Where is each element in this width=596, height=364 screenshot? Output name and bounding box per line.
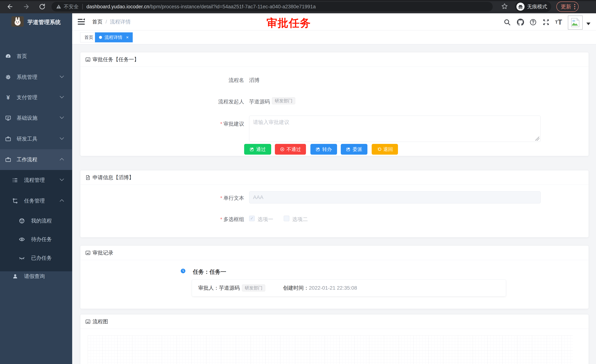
update-label: 更新 <box>561 3 571 10</box>
delegate-button[interactable]: 委派 <box>341 144 367 155</box>
suggestion-textarea[interactable] <box>249 116 541 142</box>
browser-toolbar: 不安全 dashboard.yudao.iocoder.cn/bpm/proce… <box>0 0 596 13</box>
sidebar-item-infrastructure[interactable]: 基础设施 <box>0 109 72 126</box>
browser-update-button[interactable]: 更新 <box>556 1 579 12</box>
url-bar[interactable]: 不安全 dashboard.yudao.iocoder.cn/bpm/proce… <box>52 2 493 11</box>
breadcrumb-separator: / <box>105 19 107 25</box>
security-label: 不安全 <box>64 3 79 10</box>
initiator-value: 芋道源码 <box>249 98 270 105</box>
chevron-up-icon <box>60 158 64 161</box>
timeline-clock-icon <box>180 268 186 274</box>
sidebar-item-home[interactable]: 首页 <box>0 48 72 65</box>
annotation-overlay-text: 审批任务 <box>261 16 317 30</box>
browser-menu-icon[interactable] <box>574 4 575 9</box>
sidebar-item-my-process[interactable]: 我的流程 <box>0 212 72 229</box>
app-title: 芋道管理系统 <box>27 19 61 26</box>
sidebar-item-done-tasks[interactable]: 已办任务 <box>0 249 72 267</box>
dashboard-icon <box>5 53 11 59</box>
sidebar-item-label: 支付管理 <box>17 94 37 101</box>
tab-process-detail[interactable]: 流程详情 × <box>95 32 133 42</box>
main-content: 审批任务【任务一】 流程名 滔博 流程发起人 芋道源码 研发部门 *审批建议 通… <box>72 44 596 364</box>
breadcrumb-home[interactable]: 首页 <box>92 18 103 25</box>
edit-icon <box>346 147 351 152</box>
user-icon <box>12 273 19 280</box>
github-icon[interactable] <box>516 18 525 26</box>
avatar-dropdown-caret[interactable] <box>586 22 590 25</box>
tab-close-icon[interactable]: × <box>126 35 129 40</box>
sidebar-toggle-icon[interactable] <box>77 18 85 26</box>
sidebar-item-label: 任务管理 <box>24 197 45 204</box>
initiator-label: 流程发起人 <box>80 98 244 105</box>
card-header: 流程图 <box>80 314 589 329</box>
monitor-icon <box>5 115 11 121</box>
sidebar-item-label: 已办任务 <box>31 255 52 262</box>
flow-icon <box>12 197 19 204</box>
url-text: dashboard.yudao.iocoder.cn/bpm/process-i… <box>86 4 316 10</box>
sidebar-logo-row[interactable]: 芋道管理系统 <box>0 13 72 36</box>
picture-icon <box>85 319 91 324</box>
toolbox-icon <box>5 136 11 142</box>
approve-button[interactable]: 通过 <box>244 144 271 155</box>
sidebar-item-devtools[interactable]: 研发工具 <box>0 130 72 147</box>
approval-task-card: 审批任务【任务一】 流程名 滔博 流程发起人 芋道源码 研发部门 *审批建议 通… <box>80 52 589 156</box>
briefcase-icon <box>5 156 11 163</box>
transfer-button[interactable]: 转办 <box>310 144 337 155</box>
assignee-value: 芋道源码 <box>219 284 240 291</box>
search-icon[interactable] <box>503 18 511 26</box>
sidebar-item-process-mgmt[interactable]: 流程管理 <box>0 172 72 189</box>
sidebar-item-payment[interactable]: ¥ 支付管理 <box>0 89 72 106</box>
record-detail-box: 审批人： 芋道源码 研发部门 创建时间： 2022-01-21 22:35:08 <box>192 279 506 297</box>
undo-icon <box>377 147 381 152</box>
request-info-card: 申请信息【滔博】 *单行文本 *多选框组 ✓ 选项一 选项二 <box>80 170 589 238</box>
chevron-up-icon <box>60 199 64 203</box>
face-icon <box>19 218 25 224</box>
checkbox-option2-label: 选项二 <box>292 216 308 223</box>
sidebar-item-label: 请假查询 <box>24 273 45 280</box>
reject-button[interactable]: 不通过 <box>275 144 306 155</box>
sidebar-item-label: 流程管理 <box>24 177 45 184</box>
bookmark-star-icon[interactable] <box>501 3 508 11</box>
text-field-label: *单行文本 <box>80 195 244 202</box>
process-diagram-card: 流程图 <box>80 314 589 364</box>
browser-reload-icon[interactable] <box>38 3 46 11</box>
browser-forward-icon[interactable] <box>22 3 30 11</box>
sidebar-item-leave-query[interactable]: 请假查询 <box>0 268 72 285</box>
browser-back-icon[interactable] <box>6 3 14 11</box>
app-header: 首页 / 流程详情 审批任务 TT <box>72 13 596 30</box>
card-title: 审批记录 <box>93 249 113 256</box>
edit-icon <box>316 147 320 152</box>
broken-image-icon <box>570 17 581 28</box>
tree-list-icon <box>12 177 19 183</box>
chevron-down-icon <box>60 96 64 99</box>
chevron-down-icon <box>60 137 64 141</box>
return-button[interactable]: 退回 <box>372 144 398 155</box>
help-icon[interactable] <box>529 18 537 26</box>
incognito-icon <box>516 3 525 11</box>
bpmn-canvas[interactable] <box>88 335 573 364</box>
checkbox-option1: ✓ <box>249 216 255 221</box>
card-header: 申请信息【滔博】 <box>80 170 589 185</box>
sidebar-item-label: 工作流程 <box>17 156 37 163</box>
sidebar-item-todo-tasks[interactable]: 待办任务 <box>0 231 72 248</box>
approval-record-card: 审批记录 任务：任务一 审批人： 芋道源码 研发部门 创建时间： 2022-01… <box>80 245 589 309</box>
sidebar-item-label: 首页 <box>17 53 27 60</box>
card-header: 审批任务【任务一】 <box>80 52 589 67</box>
incognito-label: 无痕模式 <box>527 3 547 10</box>
sidebar-item-workflow[interactable]: 工作流程 <box>0 149 72 170</box>
suggestion-label: *审批建议 <box>80 120 244 127</box>
fullscreen-icon[interactable] <box>542 18 550 26</box>
breadcrumb-current: 流程详情 <box>110 18 131 25</box>
tags-view-bar: 首页 流程详情 × <box>72 30 596 44</box>
sidebar-item-system[interactable]: 系统管理 <box>0 69 72 86</box>
sidebar-item-label: 系统管理 <box>17 74 37 81</box>
card-header: 审批记录 <box>80 246 589 260</box>
sidebar-item-task-mgmt[interactable]: 任务管理 <box>0 192 72 209</box>
avatar[interactable] <box>568 15 583 29</box>
sidebar-item-label: 我的流程 <box>31 217 52 224</box>
font-size-icon[interactable]: TT <box>555 18 563 26</box>
created-time-label: 创建时间： <box>283 284 309 291</box>
card-title: 流程图 <box>93 318 108 325</box>
app-logo <box>11 16 24 27</box>
checkbox-group-label: *多选框组 <box>80 216 244 223</box>
process-name-label: 流程名 <box>80 77 244 84</box>
